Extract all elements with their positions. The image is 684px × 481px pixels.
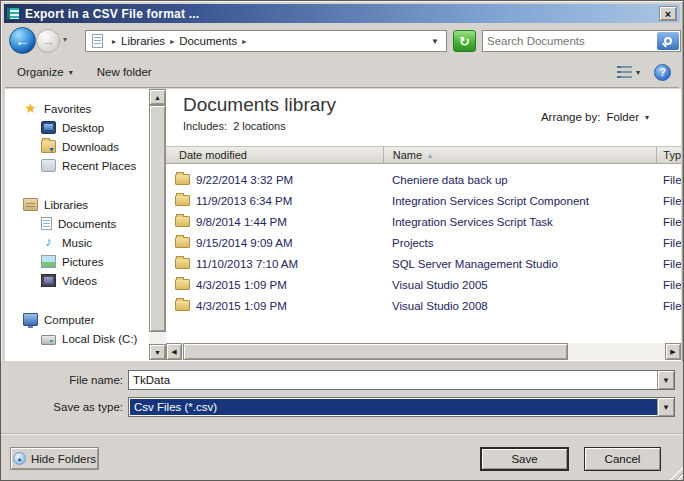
file-name-input[interactable] — [129, 371, 657, 389]
sidebar-group-libraries[interactable]: Libraries — [7, 195, 149, 214]
sidebar-item-label: Downloads — [62, 141, 119, 153]
column-header-row: Date modified Name ▴ Typ — [166, 146, 681, 164]
sidebar-group-favorites[interactable]: ★ Favorites — [7, 99, 149, 118]
scroll-up-button[interactable]: ▲ — [149, 89, 166, 105]
folder-icon — [175, 300, 190, 311]
arrange-by-control[interactable]: Arrange by: Folder ▾ — [541, 111, 649, 123]
arrange-by-dropdown-icon: ▾ — [645, 113, 649, 122]
save-button[interactable]: Save — [480, 447, 569, 471]
save-as-type-row: Save as type: Csv Files (*.csv) ▼ — [1, 397, 684, 417]
sidebar-item-label: Videos — [62, 275, 97, 287]
organize-button[interactable]: Organize ▾ — [11, 63, 79, 81]
hide-folders-button[interactable]: ▴ Hide Folders — [10, 447, 99, 470]
footer-divider — [1, 433, 684, 435]
file-name-dropdown-button[interactable]: ▼ — [657, 371, 674, 389]
desktop-icon — [41, 121, 56, 134]
window-title: Export in a CSV File format ... — [25, 7, 659, 21]
resize-grip[interactable] — [670, 467, 683, 480]
scroll-right-icon: ▶ — [670, 348, 675, 356]
breadcrumb-separator-icon: ▸ — [112, 37, 116, 46]
sidebar-item-videos[interactable]: Videos — [7, 271, 149, 290]
save-as-type-dropdown-button[interactable]: ▼ — [657, 398, 674, 416]
change-view-icon[interactable] — [617, 66, 632, 78]
sidebar-item-label: Desktop — [62, 122, 104, 134]
refresh-button[interactable]: ↻ — [453, 30, 476, 52]
scroll-right-button[interactable]: ▶ — [665, 343, 681, 360]
dropdown-icon: ▼ — [662, 403, 670, 412]
close-icon: × — [665, 8, 671, 20]
search-icon — [664, 37, 672, 45]
sidebar-group-computer[interactable]: Computer — [7, 310, 149, 329]
nav-history-chevron-icon[interactable]: ▾ — [63, 35, 67, 44]
close-button[interactable]: × — [659, 6, 677, 21]
column-header-type[interactable]: Typ — [657, 147, 681, 163]
scroll-up-icon: ▲ — [154, 94, 161, 101]
table-row[interactable]: 11/10/2013 7:10 AM SQL Server Management… — [166, 253, 681, 274]
change-view-dropdown-icon[interactable]: ▾ — [636, 68, 640, 77]
table-row[interactable]: 9/22/2014 3:32 PM Cheniere data back up … — [166, 169, 681, 190]
arrange-by-value: Folder — [606, 111, 639, 123]
sidebar-group-label: Libraries — [44, 199, 88, 211]
scroll-left-icon: ◀ — [171, 348, 176, 356]
hide-folders-label: Hide Folders — [31, 453, 96, 465]
breadcrumb-separator-icon: ▸ — [170, 37, 174, 46]
back-button[interactable]: ← — [9, 27, 36, 54]
file-list-horizontal-scrollbar[interactable]: ◀ ▶ — [166, 343, 681, 360]
scroll-left-button[interactable]: ◀ — [166, 343, 182, 360]
file-name-label: File name: — [1, 374, 123, 386]
sidebar-vertical-scrollbar[interactable]: ▲ ▼ — [149, 89, 166, 360]
new-folder-button[interactable]: New folder — [91, 63, 158, 81]
command-toolbar: Organize ▾ New folder ▾ ? — [5, 57, 679, 88]
sidebar-item-desktop[interactable]: Desktop — [7, 118, 149, 137]
sidebar-item-label: Music — [62, 237, 92, 249]
sidebar-item-pictures[interactable]: Pictures — [7, 252, 149, 271]
organize-dropdown-icon: ▾ — [69, 68, 73, 77]
table-row[interactable]: 11/9/2013 6:34 PM Integration Services S… — [166, 190, 681, 211]
sidebar-item-label: Recent Places — [62, 160, 136, 172]
library-title: Documents library — [183, 94, 336, 116]
downloads-icon — [41, 140, 56, 153]
breadcrumb[interactable]: ▸ Libraries ▸ Documents ▸ ▼ — [85, 30, 447, 52]
address-dropdown-icon[interactable]: ▼ — [431, 37, 439, 46]
table-row[interactable]: 9/8/2014 1:44 PM Integration Services Sc… — [166, 211, 681, 232]
arrange-by-label: Arrange by: — [541, 111, 600, 123]
folder-icon — [175, 174, 190, 185]
save-as-type-label: Save as type: — [1, 401, 123, 413]
sidebar-item-recent-places[interactable]: Recent Places — [7, 156, 149, 175]
search-input[interactable] — [483, 35, 657, 47]
sidebar-item-music[interactable]: ♪ Music — [7, 233, 149, 252]
column-header-name[interactable]: Name ▴ — [384, 147, 658, 163]
file-rows: 9/22/2014 3:32 PM Cheniere data back up … — [166, 169, 681, 316]
sidebar-group-label: Computer — [44, 314, 95, 326]
address-bar: ← → ▾ ▸ Libraries ▸ Documents ▸ ▼ ↻ — [5, 25, 679, 57]
computer-icon — [23, 313, 38, 326]
sort-ascending-icon: ▴ — [428, 151, 432, 160]
help-button[interactable]: ? — [654, 64, 671, 81]
search-button[interactable] — [657, 32, 679, 50]
table-row[interactable]: 4/3/2015 1:09 PM Visual Studio 2005 File — [166, 274, 681, 295]
table-row[interactable]: 9/15/2014 9:09 AM Projects File — [166, 232, 681, 253]
scroll-down-icon: ▼ — [154, 349, 161, 356]
library-subtitle: Includes: 2 locations — [183, 120, 286, 132]
cancel-button[interactable]: Cancel — [584, 447, 661, 471]
sidebar-item-downloads[interactable]: Downloads — [7, 137, 149, 156]
breadcrumb-item-libraries[interactable]: Libraries — [121, 35, 165, 47]
save-as-type-combo[interactable]: Csv Files (*.csv) ▼ — [128, 397, 675, 417]
sidebar-item-documents[interactable]: Documents — [7, 214, 149, 233]
file-name-combo: ▼ — [128, 370, 675, 390]
vertical-scroll-thumb[interactable] — [149, 105, 166, 332]
forward-arrow-icon: → — [42, 34, 55, 49]
sidebar-item-label: Pictures — [62, 256, 104, 268]
table-row[interactable]: 4/3/2015 1:09 PM Visual Studio 2008 File — [166, 295, 681, 316]
column-header-date-modified[interactable]: Date modified — [166, 147, 384, 163]
videos-icon — [41, 274, 56, 287]
navigation-pane: ★ Favorites Desktop Downloads Recent Pla… — [7, 89, 149, 361]
horizontal-scroll-thumb[interactable] — [183, 343, 568, 360]
sidebar-group-label: Favorites — [44, 103, 91, 115]
scroll-down-button[interactable]: ▼ — [149, 344, 166, 360]
favorites-star-icon: ★ — [23, 102, 38, 115]
breadcrumb-item-documents[interactable]: Documents — [179, 35, 237, 47]
documents-icon — [41, 217, 52, 230]
forward-button[interactable]: → — [36, 29, 60, 53]
sidebar-item-local-disk-c[interactable]: Local Disk (C:) — [7, 329, 149, 348]
